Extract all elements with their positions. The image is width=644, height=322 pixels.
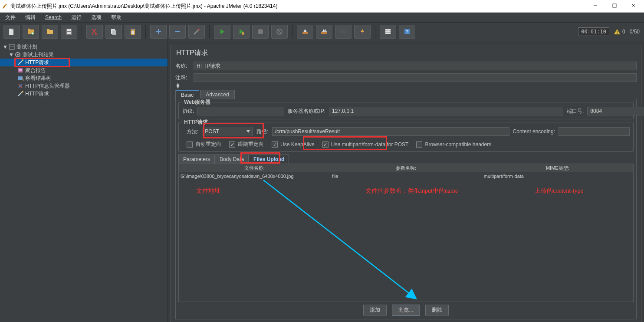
svg-rect-23: [131, 31, 134, 34]
table-row[interactable]: G:\image\03800_brycecanyonatdawn_6400x40…: [179, 172, 633, 180]
td-filename[interactable]: G:\image\03800_brycecanyonatdawn_6400x40…: [179, 174, 330, 179]
svg-line-58: [18, 92, 23, 96]
clear-all-button[interactable]: [316, 25, 332, 39]
checkbox-icon: [272, 141, 278, 148]
test-plan-tree[interactable]: ▼ 测试计划 ▼ 测试上刊结果 HTTP请求 聚合报告 察看结果树 HTTP信息…: [0, 41, 168, 322]
save-button[interactable]: [61, 25, 77, 39]
elapsed-time: 00:01:10: [578, 27, 609, 36]
browse-button[interactable]: 浏览...: [392, 305, 420, 315]
svg-rect-37: [362, 32, 363, 34]
tree-header-manager[interactable]: HTTP信息头管理器: [0, 82, 168, 90]
menu-edit[interactable]: 编辑: [23, 13, 38, 22]
copy-button[interactable]: [105, 25, 122, 39]
web-group-title: Web服务器: [182, 99, 212, 106]
tree-tg-label: 测试上刊结果: [23, 51, 54, 59]
td-mimetype[interactable]: multipart/form-data: [482, 174, 633, 179]
protocol-input[interactable]: [197, 107, 284, 115]
function-helper-button[interactable]: [380, 25, 396, 39]
tree-http-request[interactable]: HTTP请求: [0, 59, 168, 66]
tab-advanced[interactable]: Advanced: [200, 90, 234, 99]
search-tree-button[interactable]: [335, 25, 352, 39]
menu-file[interactable]: 文件: [3, 13, 18, 22]
svg-point-29: [242, 32, 244, 35]
open-button[interactable]: [42, 25, 58, 39]
svg-rect-44: [617, 33, 618, 34]
menu-help[interactable]: 帮助: [108, 13, 124, 22]
window-controls: [586, 0, 643, 11]
menu-run[interactable]: 运行: [69, 13, 84, 22]
delete-button[interactable]: 删除: [425, 305, 449, 315]
svg-rect-51: [18, 68, 23, 72]
start-button[interactable]: [214, 25, 230, 39]
th-filename[interactable]: 文件名称:: [179, 165, 330, 171]
tab-files-upload[interactable]: Files Upload: [249, 154, 289, 164]
table-body[interactable]: 文件地址 文件的参数名：类似input中的name 上传的content-typ…: [179, 180, 633, 302]
comment-input[interactable]: [194, 73, 637, 82]
svg-rect-9: [32, 33, 33, 34]
tree-http-label: HTTP请求: [25, 59, 49, 66]
tree-root-label: 测试计划: [16, 43, 37, 51]
svg-rect-13: [67, 29, 71, 31]
th-paramname[interactable]: 参数名称:: [330, 165, 482, 171]
max-button[interactable]: [605, 0, 624, 11]
checkbox-icon: [322, 141, 329, 148]
name-input[interactable]: [194, 62, 637, 70]
help-button[interactable]: ?: [399, 25, 415, 39]
http-request-group: HTTP请求 方法: POST 路径: Content encoding:: [178, 122, 634, 152]
shutdown-button[interactable]: [271, 25, 288, 39]
arrow-annotation: [179, 180, 633, 302]
templates-button[interactable]: [23, 25, 39, 39]
tree-threadgroup[interactable]: ▼ 测试上刊结果: [0, 51, 168, 59]
chk-auto-redirect[interactable]: 自动重定向: [187, 141, 221, 148]
spinner-icon[interactable]: ▲▼: [175, 83, 181, 88]
chk-multipart[interactable]: Use multipart/form-data for POST: [322, 141, 409, 148]
paste-button[interactable]: [125, 25, 141, 39]
clear-button[interactable]: [297, 25, 313, 39]
chk-browser-compat[interactable]: Browser-compatible headers: [416, 141, 491, 148]
collapse-button[interactable]: [169, 25, 186, 39]
tab-basic[interactable]: Basic: [175, 90, 199, 99]
svg-point-48: [17, 54, 19, 56]
expand-button[interactable]: [150, 25, 167, 39]
svg-line-60: [263, 180, 415, 298]
svg-rect-33: [321, 32, 327, 34]
th-mimetype[interactable]: MIME类型:: [482, 165, 633, 171]
thread-count: 0/50: [630, 29, 640, 35]
method-combo[interactable]: POST: [202, 127, 253, 136]
tree-http-request-2[interactable]: HTTP请求: [0, 90, 168, 98]
svg-rect-25: [156, 31, 161, 32]
toggle-button[interactable]: [188, 25, 205, 39]
tree-aggregate[interactable]: 聚合报告: [0, 66, 168, 74]
warning-counter[interactable]: 0: [614, 28, 625, 35]
menu-search[interactable]: Search: [43, 13, 64, 21]
port-input[interactable]: [587, 107, 644, 115]
chk-keepalive[interactable]: Use KeepAlive: [272, 141, 315, 148]
new-button[interactable]: [3, 25, 20, 39]
min-button[interactable]: [586, 0, 605, 11]
window-title: 测试媒体位上传照片.jmx (C:\Users\Administrator\De…: [10, 3, 277, 10]
svg-rect-6: [28, 29, 30, 30]
add-button[interactable]: 添加: [363, 305, 387, 315]
stop-button[interactable]: [252, 25, 269, 39]
menu-options[interactable]: 选项: [89, 13, 104, 22]
close-button[interactable]: [624, 0, 643, 11]
svg-point-28: [198, 29, 200, 30]
results-tree-icon: [17, 75, 23, 81]
method-value: POST: [205, 128, 219, 135]
tree-view-results[interactable]: 察看结果树: [0, 74, 168, 82]
start-no-timers-button[interactable]: [233, 25, 250, 39]
tab-body-data[interactable]: Body Data: [215, 154, 249, 164]
toolbar-status: 00:01:10 0 0/50: [578, 27, 640, 36]
tab-parameters[interactable]: Parameters: [178, 154, 215, 164]
td-paramname[interactable]: file: [330, 174, 482, 179]
encoding-input[interactable]: [559, 127, 630, 136]
svg-rect-54: [18, 76, 23, 80]
cut-button[interactable]: [86, 25, 103, 39]
svg-rect-14: [67, 32, 71, 34]
report-icon: [17, 67, 23, 73]
chk-follow-redirect[interactable]: 跟随重定向: [229, 141, 264, 148]
reset-search-button[interactable]: [354, 25, 371, 39]
path-input[interactable]: [272, 127, 509, 136]
server-input[interactable]: [329, 107, 563, 115]
tree-root[interactable]: ▼ 测试计划: [0, 43, 168, 51]
